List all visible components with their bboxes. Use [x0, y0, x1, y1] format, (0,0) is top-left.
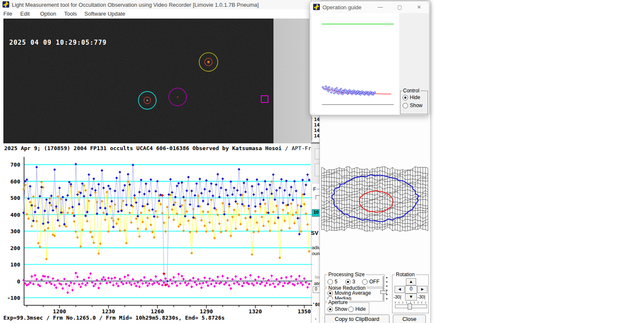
radio-guide-hide[interactable]: Hide [403, 94, 420, 101]
fragment-value: 14 [314, 117, 319, 122]
svg-text:1230: 1230 [102, 308, 115, 315]
menu-file[interactable]: File [3, 11, 12, 17]
video-timestamp: 2025 04 09 10:29:05:779 [9, 39, 107, 46]
radio-icon[interactable] [403, 95, 408, 100]
aperture-group: Aperture Show Hide [325, 302, 369, 314]
radio-processing-5[interactable]: 5 [327, 278, 338, 285]
psf-3d-mesh-plot [321, 166, 428, 231]
video-frame-display[interactable]: 2025 04 09 10:29:05:779 [3, 19, 273, 143]
operation-guide-window: Operation guide — ▢ ✕ Control Hide Show [309, 1, 430, 116]
processing-size-label: Processing Size [327, 272, 366, 277]
limovie-app-icon [3, 1, 9, 8]
rotation-right-limit: -30| [417, 294, 425, 299]
chart-title-main: 2025 Apr 9; (170859) 2004 FP131 occults … [4, 145, 281, 151]
rotation-left-limit: -30| [393, 294, 401, 299]
radio-icon[interactable] [327, 279, 333, 285]
rotation-label: Rotation [395, 272, 416, 277]
fragment-groupbox-edge [317, 189, 319, 189]
svg-text:1290: 1290 [200, 308, 213, 315]
radio-aperture-show[interactable]: Show [327, 305, 347, 313]
svg-text:1260: 1260 [151, 308, 164, 315]
svg-text:300: 300 [11, 228, 21, 234]
radio-icon[interactable] [345, 279, 351, 285]
tick [386, 298, 387, 299]
chart-title: 2025 Apr 9; (170859) 2004 FP131 occults … [4, 145, 364, 151]
menu-edit[interactable]: Edit [20, 11, 30, 17]
radio-icon[interactable] [403, 103, 408, 108]
vertical-trackbar[interactable] [380, 276, 390, 301]
close-button[interactable]: Close [393, 315, 426, 323]
fragment-label: - [315, 316, 317, 322]
fragment-value: 14 [314, 128, 319, 133]
guide-titlebar[interactable]: Operation guide — ▢ ✕ [310, 1, 429, 13]
menu-option[interactable]: Option [40, 11, 56, 17]
tick [386, 285, 387, 287]
rotate-right-button[interactable]: ► [417, 286, 428, 293]
trackbar-thumb[interactable] [380, 291, 387, 294]
menubar: File Edit Option Tools Software Update [0, 9, 311, 19]
rotation-group: Rotation ▲ ◄ 0 ► -30| ▼ -30| [392, 275, 429, 313]
svg-text:1350: 1350 [298, 308, 311, 315]
maximize-icon[interactable]: ▢ [396, 3, 403, 11]
main-window: Light Measurement tool for Occultation O… [0, 0, 311, 323]
svg-text:100: 100 [11, 261, 21, 268]
svg-text:1200: 1200 [53, 308, 66, 315]
main-titlebar[interactable]: Light Measurement tool for Occultation O… [0, 0, 311, 10]
fragment-value: 14 [314, 133, 319, 139]
fragment-label: SV [311, 230, 318, 236]
tick [386, 294, 387, 295]
radio-icon[interactable] [362, 279, 368, 285]
svg-text:-100: -100 [7, 295, 20, 301]
fragment-scrollbar [311, 116, 312, 141]
video-side-panel [273, 19, 311, 143]
guide-light-level-plot [311, 13, 399, 114]
guide-plot-area [311, 13, 399, 114]
minimize-icon[interactable]: — [376, 3, 384, 11]
guide-control-group: Control Hide Show [400, 91, 428, 114]
rotation-slider-thumb[interactable] [408, 304, 412, 310]
fragment-label: oun [312, 251, 319, 256]
fragment-value: 14 [314, 122, 319, 128]
radio-processing-off[interactable]: OFF [362, 278, 379, 285]
rotate-up-button[interactable]: ▲ [406, 278, 416, 285]
svg-text:400: 400 [11, 212, 21, 218]
rotate-down-button[interactable]: ▼ [405, 293, 417, 301]
limovie-app-icon [313, 4, 320, 10]
close-icon[interactable]: ✕ [415, 3, 423, 11]
svg-text:700: 700 [11, 162, 21, 168]
radio-aperture-hide[interactable]: Hide [348, 305, 366, 313]
radio-processing-3[interactable]: 3 [345, 278, 355, 285]
svg-text:600: 600 [11, 178, 21, 185]
radio-icon[interactable] [348, 307, 354, 312]
svg-text:500: 500 [11, 195, 21, 201]
main-window-title: Light Measurement tool for Occultation O… [12, 2, 259, 8]
copy-to-clipboard-button[interactable]: Copy to ClipBoard [325, 315, 390, 323]
light-curve-chart: 7006005004003002001000-10012001230126012… [0, 154, 312, 315]
trackbar-groove [383, 276, 384, 301]
svg-text:0: 0 [17, 278, 20, 285]
menu-software-update[interactable]: Software Update [84, 11, 125, 17]
radio-icon[interactable] [327, 307, 333, 312]
guide-window-title: Operation guide [322, 4, 362, 11]
aperture-label: Aperture [327, 299, 349, 305]
tick [386, 277, 387, 278]
fragment-label: F [313, 186, 316, 192]
tick [386, 281, 387, 283]
status-bar: Exp=99.3msec / Frm No.1265.0 / Frm Mid= … [3, 315, 225, 321]
control-label: Control [402, 88, 420, 94]
rotate-left-button[interactable]: ◄ [395, 286, 405, 293]
radio-guide-show[interactable]: Show [403, 102, 422, 109]
svg-text:1320: 1320 [249, 308, 262, 315]
menu-tools[interactable]: Tools [64, 11, 77, 17]
rotation-value[interactable]: 0 [405, 285, 417, 293]
svg-text:200: 200 [11, 245, 21, 251]
